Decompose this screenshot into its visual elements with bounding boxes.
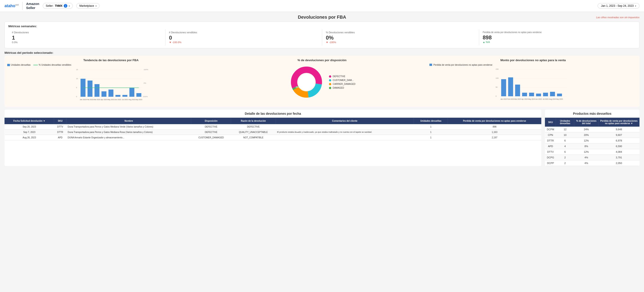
cell-prod-unidades: 2: [556, 155, 574, 160]
sales-loss-title: Monto por devoluciones no aptas para la …: [430, 58, 637, 62]
svg-text:Mar 2023: Mar 2023: [514, 98, 521, 100]
cell-prod-pct: 12%: [574, 138, 598, 144]
cell-prod-pct: 24%: [574, 127, 598, 132]
chevron-down-icon: ▾: [69, 5, 70, 7]
svg-text:15: 15: [76, 69, 78, 71]
metric-change-2: ▼ -100.0%: [169, 41, 318, 44]
svg-text:5K: 5K: [496, 86, 498, 88]
cell-prod-unidades: 2: [556, 160, 574, 166]
metric-devoluciones: # Devoluciones 1 0.0%: [8, 29, 165, 45]
col-unidades: Unidades devueltas: [414, 118, 448, 124]
svg-text:Jun 2023: Jun 2023: [114, 99, 121, 100]
cell-prod-unidades: 6: [556, 138, 574, 144]
list-item: DTTV 6 12% 4,084: [545, 149, 640, 155]
svg-text:20.4%: 20.4%: [304, 74, 310, 76]
col-prod-perdida[interactable]: Perdida de venta por devoluciones no apt…: [598, 118, 640, 127]
metric-header-3: % Devoluciones vendibles: [326, 31, 475, 34]
list-item: CPN 10 20% 9,607: [545, 132, 640, 138]
metric-header-1: # Devoluciones: [12, 31, 162, 34]
cell-perdida: 2,197: [448, 135, 541, 140]
top-bar: atahonet Amazon Seller Seller: TNMX 1 ▾ …: [0, 0, 644, 12]
cell-razon: NOT_COMPATIBLE: [231, 135, 276, 140]
logo-main: atahonet: [4, 3, 19, 8]
legend-bar-icon: [7, 64, 10, 66]
legend-line-label: % Unidades devueltas vendibles: [39, 64, 72, 66]
table-row: Sep 20, 2023 DTTV Duna Transportadora pa…: [5, 124, 541, 130]
metric-change-4: ▲ N/A: [483, 41, 632, 43]
returns-table-title: Detalle de las devoluciones por fecha: [4, 110, 541, 118]
cell-prod-sku: CPN: [545, 132, 556, 138]
svg-text:Sep 2023: Sep 2023: [556, 98, 563, 100]
cell-prod-sku: DTTR: [545, 138, 556, 144]
svg-text:Jul 2023: Jul 2023: [542, 98, 548, 100]
cell-perdida: 1,163: [448, 130, 541, 135]
list-item: APD 4 8% 6,590: [545, 144, 640, 149]
svg-text:0%: 0%: [144, 82, 146, 84]
legend-line-icon: [33, 65, 38, 65]
cell-fecha: Aug 26, 2023: [5, 135, 54, 140]
svg-rect-46: [501, 79, 506, 96]
sales-loss-chart-panel: Monto por devoluciones no aptas para la …: [430, 58, 637, 104]
tax-note: Las cifras mostradas son sin impuestos: [596, 16, 640, 19]
date-range-button[interactable]: Jan 1, 2023 - Sep 24, 2023 ▾: [598, 3, 640, 8]
donut-legend: DEFECTIVE CUSTOMER_DAM... CARRIER_DAMAGE…: [329, 75, 355, 89]
metric-devoluciones-vendibles: # Devoluciones vendibles 0 ▼ -100.0%: [165, 29, 322, 45]
col-fecha[interactable]: Fecha Solicitud devolución ▼: [5, 118, 54, 124]
legend-defective: DEFECTIVE: [329, 75, 355, 78]
cell-prod-perdida: 6,590: [598, 144, 640, 149]
cell-prod-unidades: 6: [556, 149, 574, 155]
svg-text:22.4%: 22.4%: [296, 86, 302, 88]
legend-carrier-dam-label: CARRIER_DAMAGED: [332, 83, 355, 85]
sales-loss-legend-label: Perdida de venta por devoluciones no apt…: [434, 64, 492, 66]
sales-loss-chart-svg: 15K 10K 5K 0: [430, 67, 637, 103]
col-prod-unidades: Unidades devueltas: [556, 118, 574, 127]
svg-rect-54: [557, 94, 562, 96]
col-prod-sku: SKU: [545, 118, 556, 127]
cell-prod-pct: 4%: [574, 155, 598, 160]
list-item: DTTR 6 12% 6,978: [545, 138, 640, 144]
svg-text:10: 10: [76, 78, 78, 80]
legend-damaged: DAMAGED: [329, 87, 355, 89]
list-item: DCPG 2 4% 3,791: [545, 155, 640, 160]
cell-prod-pct: 12%: [574, 149, 598, 155]
svg-rect-17: [122, 95, 128, 97]
main-content: Devoluciones por FBA Las cifras mostrada…: [0, 12, 644, 169]
col-disposicion: Disposición: [191, 118, 231, 124]
col-razon: Razón de la devolución: [231, 118, 276, 124]
cell-prod-pct: 8%: [574, 144, 598, 149]
cell-fecha: Sep 7, 2023: [5, 130, 54, 135]
charts-section: Tendencia de las devoluciones por FBA Un…: [4, 56, 640, 107]
cell-razon: QUALITY_UNACCEPTABLE: [231, 130, 276, 135]
svg-text:Feb 2023: Feb 2023: [87, 99, 94, 100]
chevron-down-icon: ▾: [635, 5, 636, 7]
svg-rect-13: [94, 84, 100, 97]
cell-disposicion: CUSTOMER_DAMAGED: [191, 135, 231, 140]
cell-prod-perdida: 9,648: [598, 127, 640, 132]
period-label: Métricas del periodo seleccionado:: [4, 51, 640, 54]
metric-change-1: 0.0%: [12, 41, 162, 44]
list-item: DCPP 2 4% 2,050: [545, 160, 640, 166]
products-table-panel: Productos más devueltos SKU Unidades dev…: [545, 110, 640, 166]
trend-chart-svg: 15 10 5 0 100% 0% -100%: [7, 67, 214, 103]
metric-pct-vendibles: % Devoluciones vendibles 0% ▼ -100%: [322, 29, 479, 45]
svg-text:100%: 100%: [144, 69, 148, 71]
marketplace-button[interactable]: Marketplace ▾: [76, 3, 99, 8]
weekly-label: Métricas semanales:: [8, 24, 636, 28]
col-perdida: Perdida de venta por devoluciones no apt…: [448, 118, 541, 124]
cell-prod-unidades: 4: [556, 144, 574, 149]
metric-value-4: 898: [483, 34, 632, 41]
svg-text:-100%: -100%: [142, 96, 148, 98]
chevron-down-icon: ▾: [96, 5, 96, 7]
seller-label: Seller:: [46, 4, 53, 7]
cell-prod-sku: APD: [545, 144, 556, 149]
sales-loss-legend: Perdida de venta por devoluciones no apt…: [430, 64, 637, 66]
svg-text:0: 0: [496, 95, 496, 97]
cell-sku: DTTV: [54, 124, 66, 130]
seller-button[interactable]: Seller: TNMX 1 ▾: [43, 3, 73, 9]
cell-disposicion: DEFECTIVE: [191, 124, 231, 130]
cell-prod-perdida: 6,978: [598, 138, 640, 144]
svg-text:May 2023: May 2023: [528, 98, 535, 100]
cell-unidades: 1: [414, 124, 448, 130]
cell-unidades: 1: [414, 135, 448, 140]
col-nombre: Nombre: [66, 118, 191, 124]
